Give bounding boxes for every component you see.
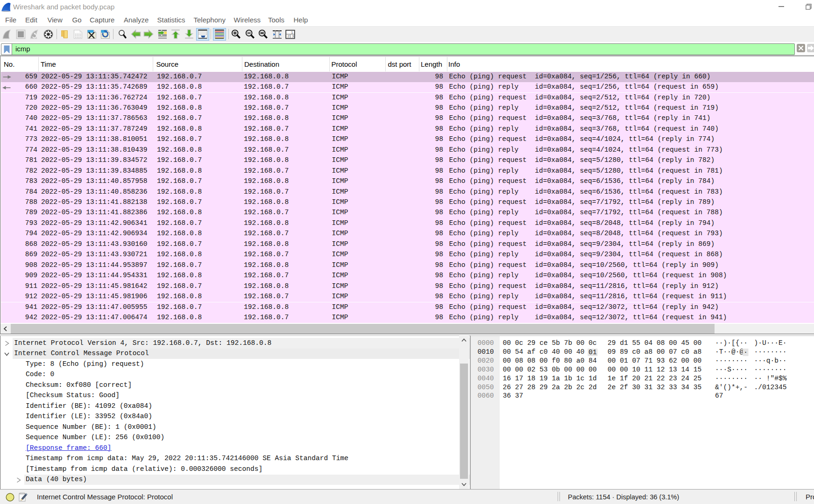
svg-text:3: 3 <box>292 34 294 38</box>
svg-text:2: 2 <box>288 34 290 38</box>
svg-text:1: 1 <box>291 30 293 34</box>
